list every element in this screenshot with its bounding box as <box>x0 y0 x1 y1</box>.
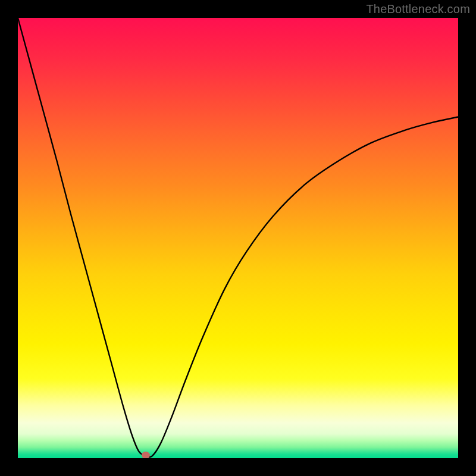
curve-layer <box>18 18 458 458</box>
attribution-label: TheBottleneck.com <box>366 2 470 16</box>
plot-area <box>18 18 458 458</box>
bottleneck-curve <box>18 18 458 457</box>
chart-frame: TheBottleneck.com <box>0 0 476 476</box>
optimum-marker <box>142 452 150 458</box>
